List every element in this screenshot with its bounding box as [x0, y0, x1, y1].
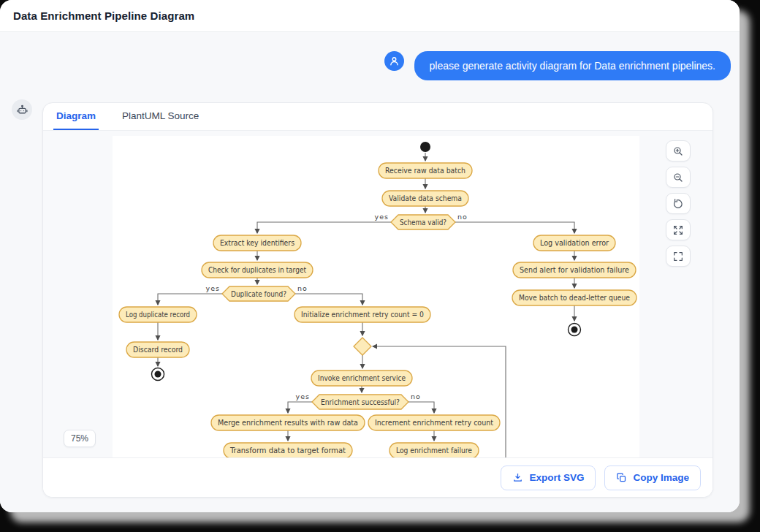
svg-text:Receive raw data batch: Receive raw data batch [385, 167, 466, 175]
person-icon [388, 55, 400, 67]
user-message-bubble: please generate activity diagram for Dat… [414, 51, 731, 80]
diagram-node-log-fail: Log enrichment failure [390, 443, 479, 457]
tab-plantuml-source[interactable]: PlantUML Source [119, 103, 202, 130]
svg-text:Validate data schema: Validate data schema [389, 194, 462, 202]
user-avatar [384, 51, 404, 71]
diagram-node-extract: Extract key identifiers [213, 235, 301, 251]
diagram-node-start [420, 142, 430, 152]
diagram-edge [158, 294, 222, 305]
fullscreen-icon [672, 251, 684, 262]
diagram-panel: Diagram PlantUML Source Receive raw data… [42, 102, 713, 498]
app-header: Data Enrichment Pipeline Diagram [0, 0, 740, 32]
svg-text:Send alert for validation fail: Send alert for validation failure [520, 266, 629, 274]
diagram-canvas[interactable]: Receive raw data batchValidate data sche… [113, 136, 639, 457]
download-icon [512, 472, 523, 483]
diagram-node-send-alert: Send alert for validation failure [513, 262, 636, 278]
diagram-edge [408, 402, 434, 413]
svg-text:Move batch to dead-letter queu: Move batch to dead-letter queue [519, 294, 630, 302]
panel-tabs: Diagram PlantUML Source [43, 103, 712, 131]
diagram-node-end-2 [569, 324, 581, 336]
diagram-node-receive: Receive raw data batch [379, 163, 472, 178]
zoom-in-icon [672, 145, 684, 157]
assistant-avatar [12, 99, 32, 120]
zoom-level-badge: 75% [64, 430, 96, 447]
diagram-node-merge-results: Merge enrichment results with raw data [211, 415, 365, 430]
svg-text:Merge enrichment results with: Merge enrichment results with raw data [218, 419, 358, 427]
assistant-response-row: Diagram PlantUML Source Receive raw data… [0, 99, 740, 498]
panel-footer: Export SVG Copy Image [43, 458, 712, 497]
page-title: Data Enrichment Pipeline Diagram [13, 10, 194, 22]
diagram-node-schema-valid: Schema valid? [391, 215, 455, 229]
copy-icon [616, 472, 627, 483]
copy-image-label: Copy Image [633, 472, 689, 483]
svg-text:Discard record: Discard record [133, 346, 183, 354]
diagram-node-validate: Validate data schema [382, 191, 468, 206]
svg-text:Check for duplicates in target: Check for duplicates in target [208, 266, 306, 274]
diagram-node-log-err: Log validation error [533, 235, 615, 251]
zoom-controls [666, 140, 691, 267]
user-message-row: please generate activity diagram for Dat… [0, 51, 740, 80]
diagram-node-dup-found: Duplicate found? [222, 286, 295, 301]
export-svg-button[interactable]: Export SVG [501, 466, 596, 490]
diagram-edge [295, 294, 362, 305]
svg-text:Log duplicate record: Log duplicate record [126, 311, 190, 319]
diagram-node-end-1 [152, 368, 164, 381]
svg-text:Duplicate found?: Duplicate found? [231, 290, 286, 298]
tab-diagram[interactable]: Diagram [53, 103, 99, 130]
export-svg-label: Export SVG [529, 472, 584, 483]
edge-guard-label: yes [296, 392, 310, 400]
edge-guard-label: no [411, 392, 421, 400]
diagram-node-init-retry: Initialize enrichment retry count = 0 [294, 307, 430, 322]
diagram-node-invoke: Invoke enrichment service [311, 370, 412, 386]
diagram-node-enrich-ok: Enrichment successful? [312, 395, 408, 409]
svg-text:Extract key identifiers: Extract key identifiers [220, 239, 294, 247]
copy-image-button[interactable]: Copy Image [604, 466, 701, 490]
activity-diagram: Receive raw data batchValidate data sche… [113, 136, 639, 457]
diagram-node-incr-retry: Increment enrichment retry count [368, 415, 500, 430]
edge-guard-label: no [457, 213, 468, 221]
svg-text:Increment enrichment retry cou: Increment enrichment retry count [375, 419, 493, 427]
svg-text:Enrichment successful?: Enrichment successful? [321, 398, 400, 406]
svg-text:Log enrichment failure: Log enrichment failure [396, 446, 472, 455]
svg-text:Transform data to target forma: Transform data to target format [229, 446, 346, 455]
diagram-edge [455, 222, 574, 233]
diagram-node-discard: Discard record [126, 342, 189, 357]
svg-text:Initialize enrichment retry co: Initialize enrichment retry count = 0 [301, 311, 424, 319]
diagram-node-check-dup: Check for duplicates in target [202, 262, 313, 278]
fullscreen-button[interactable] [666, 246, 691, 267]
zoom-in-button[interactable] [666, 140, 691, 162]
chat-area: please generate activity diagram for Dat… [0, 32, 740, 512]
edge-guard-label: yes [206, 284, 220, 292]
expand-icon [672, 224, 684, 236]
reset-view-icon [672, 198, 684, 210]
diagram-edge [288, 402, 312, 413]
svg-text:Log validation error: Log validation error [540, 239, 609, 247]
edge-guard-label: yes [375, 213, 389, 221]
svg-text:Invoke enrichment service: Invoke enrichment service [318, 374, 406, 382]
zoom-out-icon [672, 172, 684, 183]
zoom-out-button[interactable] [666, 167, 691, 188]
expand-button[interactable] [666, 219, 691, 240]
diagram-edge [257, 222, 391, 233]
robot-icon [16, 104, 28, 116]
svg-text:Schema valid?: Schema valid? [400, 218, 446, 227]
diagram-node-dead-letter: Move batch to dead-letter queue [512, 290, 636, 305]
diagram-node-merge-1 [354, 338, 371, 355]
diagram-node-transform: Transform data to target format [224, 443, 352, 457]
diagram-node-log-dup: Log duplicate record [119, 307, 197, 322]
edge-guard-label: no [297, 284, 308, 292]
app-window: Data Enrichment Pipeline Diagram please … [0, 0, 740, 512]
diagram-viewport[interactable]: Receive raw data batchValidate data sche… [43, 131, 712, 458]
reset-view-button[interactable] [666, 193, 691, 214]
